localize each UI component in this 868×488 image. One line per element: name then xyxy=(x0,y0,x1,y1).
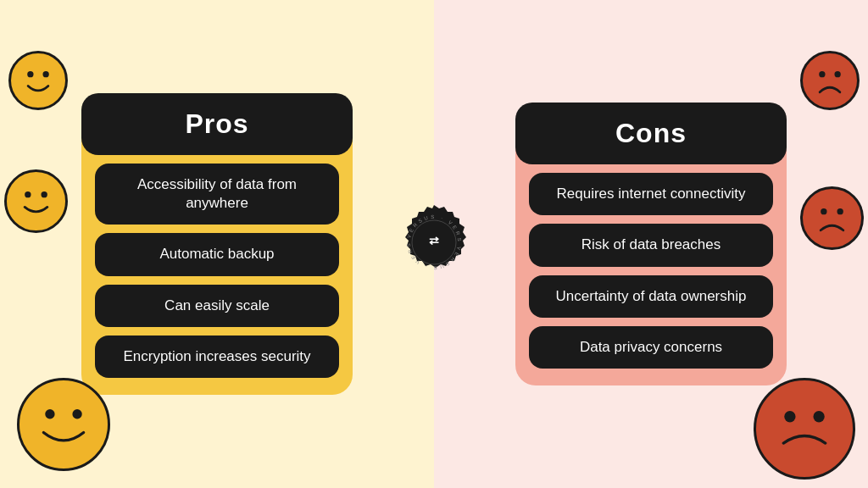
svg-point-14 xyxy=(784,411,795,422)
pros-items-list: Accessibility of data from anywhere Auto… xyxy=(81,164,353,377)
pros-title: Pros xyxy=(81,108,353,140)
sad-face-small-mid xyxy=(800,186,864,250)
svg-point-15 xyxy=(813,411,824,422)
cons-item-4: Data privacy concerns xyxy=(529,326,773,369)
pros-item-1: Accessibility of data from anywhere xyxy=(95,164,339,225)
left-panel: Pros Accessibility of data from anywhere… xyxy=(0,0,434,488)
happy-face-small-mid xyxy=(4,169,68,233)
cons-item-2: Risk of data breaches xyxy=(529,224,773,266)
cons-items-list: Requires internet connectivity Risk of d… xyxy=(515,173,787,368)
cons-item-3: Uncertainty of data ownership xyxy=(529,275,773,318)
svg-point-1 xyxy=(42,71,48,77)
pros-item-3: Can easily scale xyxy=(95,285,339,327)
sad-face-small-top xyxy=(800,51,860,110)
cons-header: Cons xyxy=(515,103,787,164)
svg-point-5 xyxy=(72,409,81,419)
cons-card: Cons Requires internet connectivity Risk… xyxy=(515,103,787,385)
pros-header: Pros xyxy=(81,93,353,155)
right-panel: Cons Requires internet connectivity Risk… xyxy=(434,0,868,488)
versus-badge: ⇄ VERSUS · VERSUS · VERSUS · VERSUS · xyxy=(393,202,475,286)
sad-face-large xyxy=(754,378,855,480)
happy-face-small-top xyxy=(8,51,68,110)
pros-card: Pros Accessibility of data from anywhere… xyxy=(81,93,353,394)
svg-text:⇄: ⇄ xyxy=(429,234,439,247)
cons-item-1: Requires internet connectivity xyxy=(529,173,773,215)
svg-point-3 xyxy=(41,191,47,197)
svg-point-11 xyxy=(834,71,840,77)
pros-item-2: Automatic backup xyxy=(95,233,339,275)
svg-point-12 xyxy=(821,208,826,214)
svg-point-2 xyxy=(25,191,31,197)
svg-point-10 xyxy=(819,71,825,77)
pros-item-4: Encryption increases security xyxy=(95,336,339,378)
svg-point-0 xyxy=(27,71,33,77)
cons-title: Cons xyxy=(515,118,787,149)
svg-point-13 xyxy=(837,208,843,214)
happy-face-large xyxy=(17,378,110,471)
svg-point-4 xyxy=(45,409,54,419)
